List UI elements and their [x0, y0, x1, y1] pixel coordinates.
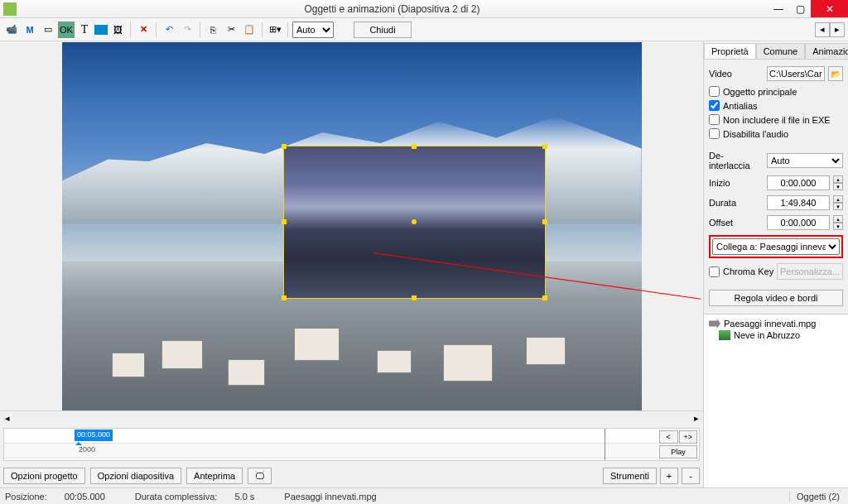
- video-path-input[interactable]: [767, 66, 825, 81]
- project-options-button[interactable]: Opzioni progetto: [3, 468, 85, 484]
- tab-properties[interactable]: Proprietà: [704, 43, 756, 59]
- nav-prev-icon[interactable]: ◂: [815, 22, 830, 37]
- tab-common[interactable]: Comune: [756, 43, 806, 59]
- redo-icon[interactable]: ↷: [179, 22, 195, 38]
- scroll-right-icon[interactable]: ▸: [689, 411, 703, 425]
- paste-icon[interactable]: 📋: [241, 22, 258, 38]
- mask-icon[interactable]: M: [22, 22, 38, 38]
- minimize-button[interactable]: —: [768, 0, 789, 17]
- cut-icon[interactable]: ✂: [223, 22, 239, 38]
- duration-down-icon[interactable]: ▼: [833, 203, 843, 210]
- antialias-checkbox[interactable]: [709, 100, 720, 111]
- scroll-left-icon[interactable]: ◂: [0, 411, 14, 425]
- button-icon[interactable]: OK: [58, 22, 75, 38]
- keyframe-marker[interactable]: 00:05.000: [75, 430, 113, 441]
- start-input[interactable]: [767, 175, 830, 190]
- status-duration: Durata complessiva: 5.0 s: [135, 492, 270, 502]
- object-tree[interactable]: Paesaggi innevati.mpg Neve in Abruzzo: [704, 314, 848, 487]
- image-icon[interactable]: 🖼: [109, 22, 126, 38]
- window-title: Oggetti e animazioni (Diapositiva 2 di 2…: [17, 3, 768, 15]
- undo-icon[interactable]: ↶: [161, 22, 177, 38]
- fullscreen-preview-button[interactable]: 🖵: [248, 468, 272, 484]
- deinterlace-select[interactable]: Auto: [767, 153, 843, 168]
- frame-icon[interactable]: ▭: [40, 22, 56, 38]
- no-exe-checkbox[interactable]: [709, 114, 720, 125]
- zoom-select[interactable]: Auto: [292, 22, 334, 38]
- adjust-video-button[interactable]: Regola video e bordi: [709, 290, 843, 306]
- preview-canvas[interactable]: [0, 41, 703, 410]
- nav-next-icon[interactable]: ▸: [830, 22, 845, 37]
- preview-button[interactable]: Anteprima: [186, 468, 243, 484]
- text-icon[interactable]: T: [76, 22, 93, 38]
- start-down-icon[interactable]: ▼: [833, 183, 843, 190]
- mute-checkbox[interactable]: [709, 128, 720, 139]
- offset-label: Offset: [709, 218, 764, 228]
- maximize-button[interactable]: ▢: [789, 0, 811, 17]
- duration-input[interactable]: [767, 195, 830, 210]
- grid-icon[interactable]: ⊞▾: [267, 22, 283, 38]
- main-object-label: Oggetto principale: [723, 87, 797, 97]
- video-label: Video: [709, 69, 764, 79]
- chroma-checkbox[interactable]: [709, 266, 720, 277]
- zoom-in-button[interactable]: +: [660, 468, 678, 484]
- duration-label: Durata: [709, 198, 764, 208]
- zoom-out-button[interactable]: -: [682, 468, 700, 484]
- mute-label: Disabilita l'audio: [723, 129, 788, 139]
- copy-icon[interactable]: ⎘: [205, 22, 221, 38]
- chroma-label: Chroma Key: [723, 266, 773, 276]
- customize-button: Personalizza...: [777, 263, 843, 280]
- tab-animation[interactable]: Animazione: [805, 43, 848, 59]
- app-icon: [3, 2, 17, 16]
- selected-video-object[interactable]: [283, 146, 546, 299]
- offset-up-icon[interactable]: ▲: [833, 215, 843, 223]
- offset-down-icon[interactable]: ▼: [833, 223, 843, 230]
- image-icon: [719, 330, 730, 340]
- timeline-track[interactable]: 00:05.000 2000: [4, 429, 658, 460]
- camera-icon[interactable]: 📹: [3, 22, 20, 38]
- main-object-checkbox[interactable]: [709, 86, 720, 97]
- browse-button[interactable]: 📂: [828, 66, 843, 81]
- start-label: Inizio: [709, 178, 764, 188]
- object-item-video[interactable]: Paesaggi innevati.mpg: [707, 318, 845, 329]
- rect-icon[interactable]: [94, 25, 108, 35]
- timeline-fwd-button[interactable]: +>: [679, 430, 698, 444]
- close-button[interactable]: ✕: [811, 0, 848, 17]
- deinterlace-label: De-interlaccia: [709, 151, 764, 170]
- status-objects-count: Oggetti (2): [789, 492, 840, 502]
- duration-up-icon[interactable]: ▲: [833, 195, 843, 203]
- status-file: Paesaggi innevati.mpg: [284, 492, 376, 502]
- tools-button[interactable]: Strumenti: [603, 468, 657, 484]
- status-position: Posizione: 00:05.000: [5, 492, 120, 502]
- object-item-image[interactable]: Neve in Abruzzo: [707, 329, 845, 341]
- timeline-back-button[interactable]: <: [659, 430, 678, 444]
- delete-icon[interactable]: ✕: [135, 22, 152, 38]
- chiudi-button[interactable]: Chiudi: [354, 22, 412, 38]
- timeline-marker-2000[interactable]: 2000: [79, 445, 95, 454]
- play-button[interactable]: Play: [659, 445, 697, 458]
- link-to-select[interactable]: Collega a: Paesaggi innevati....: [712, 238, 840, 255]
- video-icon: [709, 319, 720, 329]
- start-up-icon[interactable]: ▲: [833, 175, 843, 183]
- offset-input[interactable]: [767, 215, 830, 230]
- slide-options-button[interactable]: Opzioni diapositiva: [90, 468, 181, 484]
- no-exe-label: Non includere il file in EXE: [723, 115, 831, 125]
- antialias-label: Antialias: [723, 101, 758, 111]
